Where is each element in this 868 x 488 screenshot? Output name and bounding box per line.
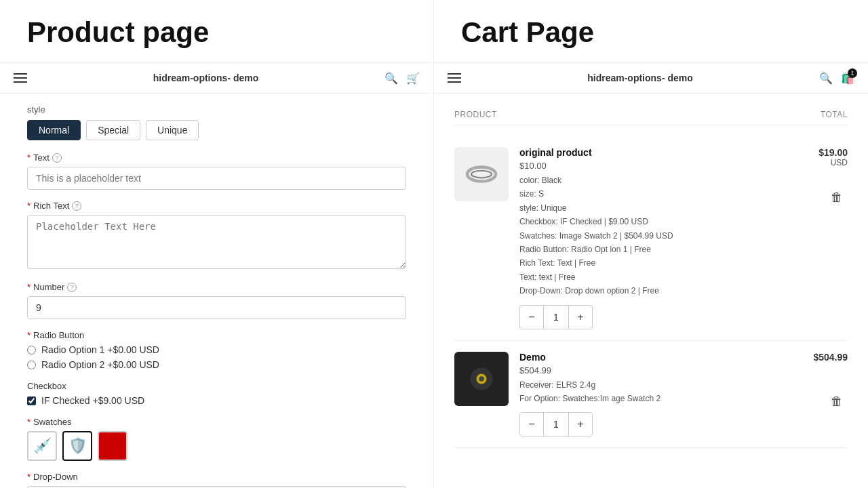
swatch-3[interactable] (98, 431, 127, 461)
cart-item-1-actions: $19.00 USD 🗑 (818, 147, 848, 208)
cart-item-1: original product $10.00 color: Blacksize… (454, 136, 848, 341)
checkbox-input[interactable] (27, 396, 36, 405)
style-normal-button[interactable]: Normal (27, 120, 81, 140)
cart-item-1-name: original product (519, 147, 807, 158)
number-help-icon[interactable]: ? (67, 283, 77, 292)
qty-decrease-2[interactable]: − (519, 412, 544, 436)
swatches-row: 💉 🛡️ (27, 431, 406, 461)
swatches-field: * Swatches 💉 🛡️ (27, 417, 406, 461)
text-field: * Text ? (27, 152, 406, 190)
qty-decrease-1[interactable]: − (519, 305, 544, 329)
qty-display-1: 1 (544, 305, 568, 329)
radio-group: Radio Option 1 +$0.00 USD Radio Option 2… (27, 344, 406, 370)
text-label: * Text ? (27, 152, 406, 163)
rich-text-label: * Rich Text ? (27, 201, 406, 211)
qty-display-2: 1 (544, 412, 568, 436)
style-unique-button[interactable]: Unique (146, 120, 199, 140)
product-brand: hidream-options- demo (153, 72, 259, 84)
style-field: style Normal Special Unique (27, 104, 406, 140)
rich-text-help-icon[interactable]: ? (72, 201, 81, 211)
rich-text-field: * Rich Text ? (27, 201, 406, 271)
cart-search-icon[interactable]: 🔍 (819, 71, 833, 85)
style-special-button[interactable]: Special (86, 120, 140, 140)
cart-item-1-usd: USD (818, 158, 848, 167)
cart-item-1-image (454, 147, 509, 201)
cart-item-1-details: original product $10.00 color: Blacksize… (519, 147, 807, 329)
swatch-1-icon: 💉 (33, 437, 52, 455)
radio-option-2[interactable]: Radio Option 2 +$0.00 USD (27, 359, 406, 370)
radio-field: * Radio Button Radio Option 1 +$0.00 USD… (27, 330, 406, 370)
delete-item-1[interactable]: 🗑 (826, 186, 848, 208)
checkbox-label: Checkbox (27, 381, 406, 391)
col-product-header: PRODUCT (454, 110, 497, 119)
style-label: style (27, 104, 406, 115)
text-input[interactable] (27, 167, 406, 190)
radio-input-2[interactable] (27, 361, 36, 369)
cart-item-2-meta: Receiver: ELRS 2.4gFor Option: Swatches:… (519, 378, 802, 406)
rich-text-input[interactable] (27, 215, 406, 269)
radio-label: * Radio Button (27, 330, 406, 340)
checkbox-item-1[interactable]: IF Checked +$9.00 USD (27, 395, 406, 406)
svg-point-4 (479, 376, 484, 382)
cart-item-2-actions: $504.99 🗑 (813, 352, 848, 413)
cart-brand: hidream-options- demo (587, 72, 693, 84)
style-buttons: Normal Special Unique (27, 120, 406, 140)
cart-item-1-qty-controls: − 1 + (519, 305, 807, 329)
cart-menu-icon[interactable] (448, 73, 461, 83)
menu-icon[interactable] (14, 73, 27, 83)
swatch-1[interactable]: 💉 (27, 431, 57, 461)
cart-icon[interactable]: 🛒 (406, 71, 420, 85)
text-help-icon[interactable]: ? (52, 153, 62, 163)
qty-increase-2[interactable]: + (568, 412, 593, 436)
cart-item-2-details: Demo $504.99 Receiver: ELRS 2.4gFor Opti… (519, 352, 802, 437)
swatch-2-icon: 🛡️ (68, 437, 87, 455)
cart-nav-bar: hidream-options- demo 🔍 🛍️ 1 (434, 62, 868, 94)
col-total-header: TOTAL (821, 110, 848, 119)
svg-point-1 (471, 171, 492, 178)
cart-item-1-base-price: $10.00 (519, 161, 807, 171)
checkbox-group: IF Checked +$9.00 USD (27, 395, 406, 406)
delete-item-2[interactable]: 🗑 (826, 391, 848, 413)
dropdown-field: * Drop-Down Select Selection will add $9… (27, 472, 406, 488)
cart-item-1-meta: color: Blacksize: Sstyle: UniqueCheckbox… (519, 174, 807, 298)
dropdown-label: * Drop-Down (27, 472, 406, 482)
swatch-2[interactable]: 🛡️ (62, 431, 92, 461)
cart-item-2: Demo $504.99 Receiver: ELRS 2.4gFor Opti… (454, 341, 848, 449)
cart-item-2-price: $504.99 (813, 352, 848, 363)
cart-count-badge: 1 (848, 68, 857, 78)
product-page-title: Product page (0, 0, 433, 62)
search-icon[interactable]: 🔍 (384, 71, 398, 85)
cart-bag-icon[interactable]: 🛍️ 1 (841, 71, 854, 85)
number-label: * Number ? (27, 282, 406, 292)
cart-item-2-base-price: $504.99 (519, 365, 802, 375)
product-nav-bar: hidream-options- demo 🔍 🛒 (0, 62, 433, 94)
cart-page-title: Cart Page (434, 0, 868, 62)
radio-input-1[interactable] (27, 346, 36, 354)
number-input[interactable] (27, 296, 406, 319)
cart-item-1-price: $19.00 (818, 147, 848, 158)
cart-table-header: PRODUCT TOTAL (454, 104, 848, 125)
cart-item-2-image (454, 352, 509, 406)
number-field: * Number ? (27, 282, 406, 319)
radio-option-1[interactable]: Radio Option 1 +$0.00 USD (27, 344, 406, 355)
qty-increase-1[interactable]: + (568, 305, 593, 329)
swatches-label: * Swatches (27, 417, 406, 427)
cart-item-2-name: Demo (519, 352, 802, 363)
cart-item-2-qty-controls: − 1 + (519, 412, 802, 436)
checkbox-field: Checkbox IF Checked +$9.00 USD (27, 381, 406, 406)
